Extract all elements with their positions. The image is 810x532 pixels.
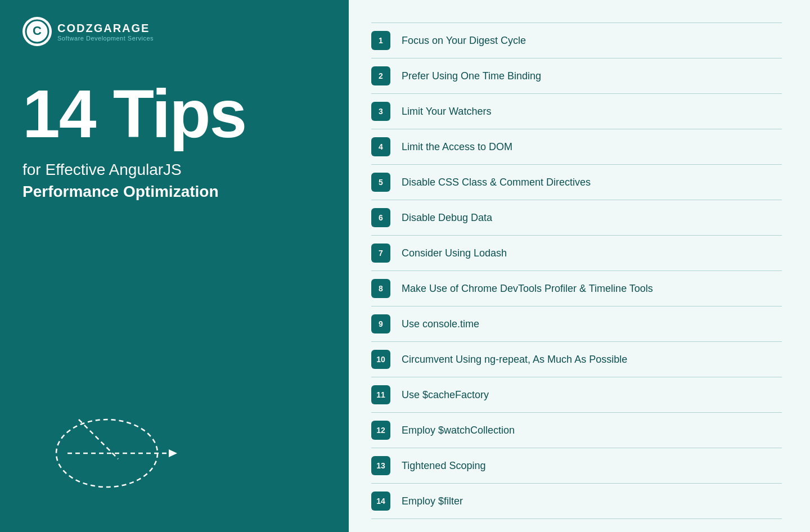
list-item: 5Disable CSS Class & Comment Directives <box>371 165 782 200</box>
list-item: 11Use $cacheFactory <box>371 377 782 413</box>
tip-number: 8 <box>371 279 390 298</box>
tip-number: 6 <box>371 208 390 227</box>
tip-label: Prefer Using One Time Binding <box>402 70 541 82</box>
tip-number: 11 <box>371 385 390 404</box>
tip-number: 3 <box>371 102 390 121</box>
tip-label: Tightened Scoping <box>402 460 485 472</box>
logo-area: C CODZGARAGE Software Development Servic… <box>22 17 326 46</box>
list-item: 14Employ $filter <box>371 484 782 519</box>
list-item: 6Disable Debug Data <box>371 200 782 236</box>
tip-number: 5 <box>371 173 390 192</box>
tip-label: Circumvent Using ng-repeat, As Much As P… <box>402 354 627 366</box>
diagram-decoration <box>34 386 202 498</box>
tip-number: 10 <box>371 350 390 369</box>
tip-number: 2 <box>371 66 390 85</box>
tip-label: Focus on Your Digest Cycle <box>402 35 526 47</box>
logo-tagline: Software Development Services <box>57 35 154 42</box>
list-item: 1Focus on Your Digest Cycle <box>371 22 782 58</box>
tip-number: 12 <box>371 421 390 440</box>
tips-list: 1Focus on Your Digest Cycle2Prefer Using… <box>371 22 782 519</box>
tip-label: Limit Your Watchers <box>402 106 491 118</box>
tip-number: 14 <box>371 492 390 511</box>
tip-label: Employ $watchCollection <box>402 425 515 436</box>
tip-label: Use $cacheFactory <box>402 389 489 401</box>
subheadline-line1: for Effective AngularJS <box>22 161 182 178</box>
right-panel: 1Focus on Your Digest Cycle2Prefer Using… <box>349 0 810 532</box>
tip-number: 4 <box>371 137 390 156</box>
subheadline: for Effective AngularJS Performance Opti… <box>22 159 236 202</box>
list-item: 12Employ $watchCollection <box>371 413 782 448</box>
tip-label: Make Use of Chrome DevTools Profiler & T… <box>402 283 653 295</box>
list-item: 10Circumvent Using ng-repeat, As Much As… <box>371 342 782 377</box>
list-item: 3Limit Your Watchers <box>371 94 782 129</box>
tip-number: 1 <box>371 31 390 50</box>
logo-brand: CODZGARAGE <box>57 22 154 35</box>
tip-number: 7 <box>371 244 390 263</box>
list-item: 2Prefer Using One Time Binding <box>371 58 782 94</box>
list-item: 7Consider Using Lodash <box>371 236 782 271</box>
tip-label: Disable Debug Data <box>402 212 492 224</box>
svg-text:C: C <box>33 24 42 38</box>
tip-label: Limit the Access to DOM <box>402 141 512 153</box>
tip-label: Employ $filter <box>402 495 463 507</box>
list-item: 9Use console.time <box>371 306 782 342</box>
tip-label: Use console.time <box>402 318 479 330</box>
tip-number: 9 <box>371 314 390 333</box>
logo-icon: C <box>22 17 52 46</box>
list-item: 4Limit the Access to DOM <box>371 129 782 165</box>
tip-number: 13 <box>371 456 390 475</box>
list-item: 8Make Use of Chrome DevTools Profiler & … <box>371 271 782 306</box>
tip-label: Disable CSS Class & Comment Directives <box>402 177 591 188</box>
logo-text-block: CODZGARAGE Software Development Services <box>57 22 154 42</box>
main-headline: 14 Tips <box>22 80 326 147</box>
left-panel: C CODZGARAGE Software Development Servic… <box>0 0 349 532</box>
tip-label: Consider Using Lodash <box>402 247 507 259</box>
svg-marker-5 <box>169 449 177 457</box>
list-item: 13Tightened Scoping <box>371 448 782 484</box>
subheadline-line2: Performance Optimization <box>22 183 219 200</box>
